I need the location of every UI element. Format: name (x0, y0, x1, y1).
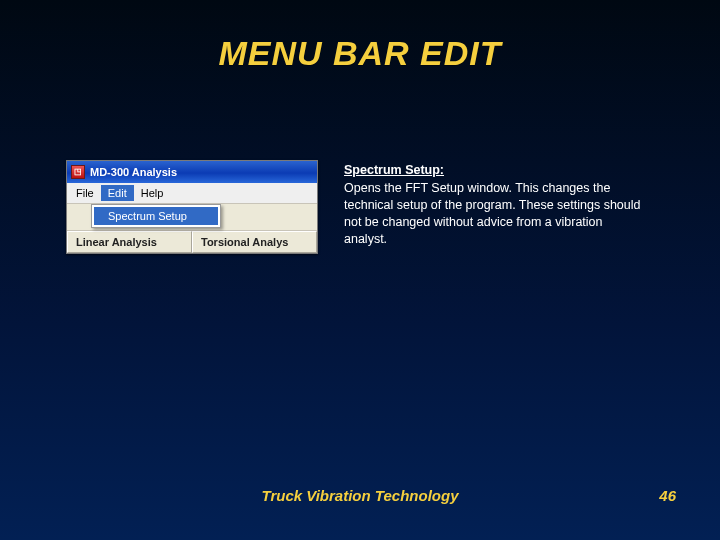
window-titlebar[interactable]: ◳ MD-300 Analysis (67, 161, 317, 183)
menu-help[interactable]: Help (134, 185, 171, 201)
footer-text: Truck Vibration Technology (0, 487, 720, 504)
toolbar: Linear Analysis Torsional Analys (67, 230, 317, 253)
btn-torsional-analysis[interactable]: Torsional Analys (192, 231, 317, 253)
menu-file[interactable]: File (69, 185, 101, 201)
description-heading: Spectrum Setup: (344, 162, 644, 179)
app-window: ◳ MD-300 Analysis File Edit Help Spectru… (66, 160, 318, 254)
menu-bar: File Edit Help (67, 183, 317, 204)
menu-edit[interactable]: Edit (101, 185, 134, 201)
dropdown-item-spectrum-setup[interactable]: Spectrum Setup (94, 207, 218, 225)
app-icon: ◳ (71, 165, 85, 179)
page-number: 46 (659, 487, 676, 504)
window-title: MD-300 Analysis (90, 166, 177, 178)
edit-dropdown: Spectrum Setup (91, 204, 221, 228)
slide-title: MENU BAR EDIT (0, 0, 720, 73)
content-area: ◳ MD-300 Analysis File Edit Help Spectru… (66, 160, 672, 254)
description-body: Opens the FFT Setup window. This changes… (344, 181, 640, 246)
description-block: Spectrum Setup: Opens the FFT Setup wind… (344, 160, 644, 247)
btn-linear-analysis[interactable]: Linear Analysis (67, 231, 192, 253)
